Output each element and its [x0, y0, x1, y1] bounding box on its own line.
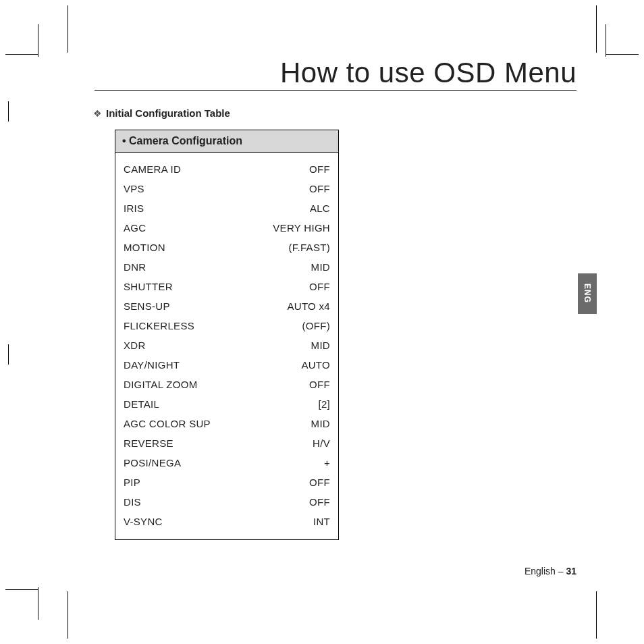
- row-label: CAMERA ID: [124, 163, 181, 175]
- trim-tick: [596, 5, 597, 53]
- table-row: DISOFF: [124, 492, 330, 512]
- row-value: OFF: [276, 163, 330, 175]
- crop-mark: [5, 589, 38, 590]
- row-value: OFF: [276, 496, 330, 508]
- table-row: MOTION(F.FAST): [124, 238, 330, 257]
- page-title: How to use OSD Menu: [280, 57, 576, 88]
- table-row: V-SYNCINT: [124, 512, 330, 531]
- table-row: XDRMID: [124, 336, 330, 355]
- table-row: SHUTTEROFF: [124, 277, 330, 296]
- subtitle: Initial Configuration Table: [106, 107, 230, 119]
- row-label: SENS-UP: [124, 300, 170, 312]
- table-row: POSI/NEGA+: [124, 453, 330, 473]
- row-label: VPS: [124, 183, 144, 194]
- table-row: PIPOFF: [124, 473, 330, 492]
- table-row: FLICKERLESS(OFF): [124, 316, 330, 336]
- page-title-wrap: How to use OSD Menu: [95, 57, 576, 91]
- row-value: OFF: [276, 281, 330, 292]
- table-row: DIGITAL ZOOMOFF: [124, 375, 330, 394]
- row-value: OFF: [276, 183, 330, 194]
- table-row: REVERSEH/V: [124, 433, 330, 453]
- row-label: REVERSE: [124, 437, 173, 449]
- trim-tick: [8, 101, 9, 122]
- row-value: MID: [276, 261, 330, 273]
- row-label: DAY/NIGHT: [124, 359, 180, 371]
- crop-mark: [606, 54, 639, 55]
- row-value: ALC: [276, 203, 330, 214]
- crop-mark: [38, 24, 38, 57]
- language-tab: ENG: [578, 273, 597, 314]
- row-label: DETAIL: [124, 398, 159, 410]
- trim-tick: [8, 344, 9, 365]
- table-row: DAY/NIGHTAUTO: [124, 355, 330, 375]
- table-row: AGCVERY HIGH: [124, 218, 330, 238]
- page-footer: English – 31: [525, 566, 576, 576]
- row-label: V-SYNC: [124, 516, 163, 527]
- row-label: IRIS: [124, 203, 144, 214]
- table-row: DNRMID: [124, 257, 330, 277]
- row-label: AGC COLOR SUP: [124, 418, 211, 429]
- row-value: [2]: [276, 398, 330, 410]
- config-table-header: • Camera Configuration: [115, 130, 338, 153]
- footer-page-number: 31: [566, 566, 576, 576]
- row-value: (OFF): [276, 320, 330, 331]
- config-table-body: CAMERA IDOFFVPSOFFIRISALCAGCVERY HIGHMOT…: [115, 153, 338, 539]
- footer-separator: –: [556, 566, 566, 576]
- table-row: DETAIL[2]: [124, 394, 330, 414]
- table-row: VPSOFF: [124, 179, 330, 198]
- subtitle-row: ❖ Initial Configuration Table: [93, 107, 576, 119]
- row-label: PIP: [124, 477, 140, 488]
- table-row: CAMERA IDOFF: [124, 159, 330, 179]
- row-value: AUTO: [276, 359, 330, 371]
- row-value: OFF: [276, 477, 330, 488]
- table-row: AGC COLOR SUPMID: [124, 414, 330, 433]
- row-value: AUTO x4: [276, 300, 330, 312]
- footer-language: English: [525, 566, 556, 576]
- row-value: (F.FAST): [276, 242, 330, 253]
- table-row: SENS-UPAUTO x4: [124, 296, 330, 316]
- row-label: DIGITAL ZOOM: [124, 379, 197, 390]
- config-table: • Camera Configuration CAMERA IDOFFVPSOF…: [115, 130, 339, 540]
- row-label: DIS: [124, 496, 141, 508]
- crop-mark: [5, 54, 38, 55]
- row-label: DNR: [124, 261, 146, 273]
- diamond-icon: ❖: [93, 108, 102, 119]
- crop-mark: [606, 24, 606, 57]
- trim-tick: [68, 591, 68, 639]
- row-value: MID: [276, 340, 330, 351]
- table-row: IRISALC: [124, 198, 330, 218]
- row-label: AGC: [124, 222, 146, 234]
- row-value: INT: [276, 516, 330, 527]
- row-label: MOTION: [124, 242, 165, 253]
- crop-mark: [38, 587, 38, 620]
- trim-tick: [596, 591, 597, 639]
- row-value: OFF: [276, 379, 330, 390]
- page-content: How to use OSD Menu ❖ Initial Configurat…: [95, 54, 576, 590]
- row-label: XDR: [124, 340, 146, 351]
- row-label: SHUTTER: [124, 281, 173, 292]
- row-value: VERY HIGH: [273, 222, 330, 234]
- row-value: H/V: [276, 437, 330, 449]
- row-value: +: [276, 457, 330, 468]
- trim-tick: [68, 5, 68, 53]
- row-label: FLICKERLESS: [124, 320, 194, 331]
- row-label: POSI/NEGA: [124, 457, 181, 468]
- row-value: MID: [276, 418, 330, 429]
